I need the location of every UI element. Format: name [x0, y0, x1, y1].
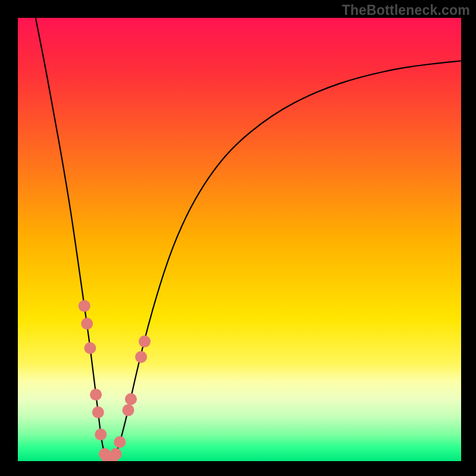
data-marker — [84, 342, 96, 354]
plot-background — [18, 18, 461, 461]
data-marker — [110, 448, 122, 460]
watermark-text: TheBottleneck.com — [342, 2, 470, 18]
data-marker — [79, 300, 90, 312]
data-marker — [123, 404, 134, 416]
data-marker — [135, 351, 147, 363]
data-marker — [114, 436, 126, 448]
data-marker — [92, 406, 104, 418]
data-marker — [81, 318, 93, 330]
chart-frame: TheBottleneck.com — [0, 0, 476, 476]
data-marker — [125, 393, 137, 405]
data-marker — [139, 336, 151, 347]
data-marker — [90, 389, 102, 400]
bottleneck-chart — [0, 0, 476, 476]
data-marker — [95, 428, 107, 440]
